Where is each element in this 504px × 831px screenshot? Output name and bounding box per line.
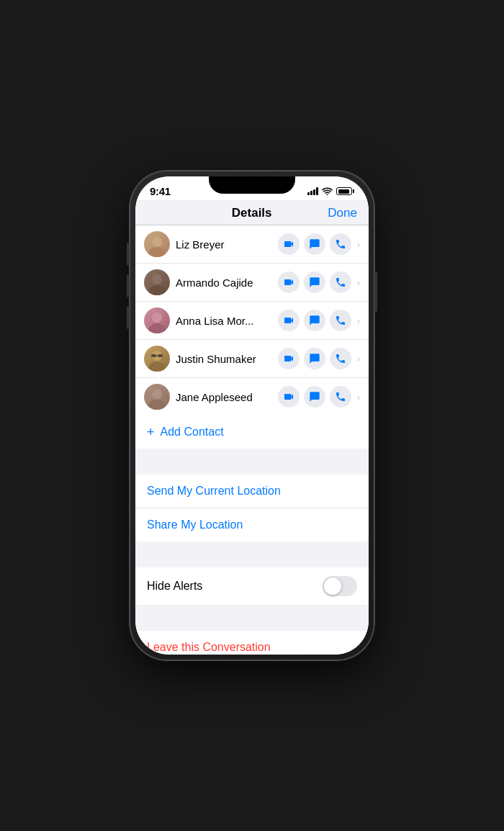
svg-point-12 [148, 400, 166, 410]
phone-icon [335, 315, 346, 326]
contact-row: Armando Cajide › [135, 264, 369, 302]
phone-icon [335, 353, 346, 364]
message-button[interactable] [304, 348, 325, 369]
hide-alerts-toggle[interactable] [323, 576, 357, 596]
call-button[interactable] [330, 386, 351, 408]
contact-row: Anna Lisa Mor... › [135, 302, 369, 340]
wifi-icon [322, 187, 333, 195]
chevron-icon: › [357, 354, 360, 364]
hide-alerts-row: Hide Alerts [135, 567, 369, 605]
message-button[interactable] [304, 386, 325, 408]
video-call-button[interactable] [278, 233, 300, 255]
done-button[interactable]: Done [328, 206, 357, 220]
contact-actions: › [278, 233, 360, 255]
notch [209, 176, 295, 194]
section-separator [135, 449, 369, 475]
chevron-icon: › [357, 239, 360, 250]
phone-icon [335, 391, 346, 403]
toggle-knob [324, 578, 341, 595]
svg-rect-8 [151, 354, 156, 357]
content-area: Liz Breyer › [135, 225, 369, 655]
contact-name: Anna Lisa Mor... [176, 315, 272, 327]
section-separator [135, 605, 369, 631]
message-icon [309, 277, 320, 288]
page-title: Details [232, 206, 272, 220]
svg-point-4 [152, 313, 162, 323]
nav-bar: Details Done [135, 200, 369, 225]
contact-actions: › [278, 271, 360, 293]
signal-icon [307, 187, 318, 195]
call-button[interactable] [330, 233, 351, 255]
contact-row: Jane Appleseed › [135, 378, 369, 416]
contact-name: Jane Appleseed [176, 391, 272, 403]
phone-inner: 9:41 [135, 176, 369, 655]
svg-rect-9 [158, 354, 163, 357]
svg-point-1 [148, 247, 166, 257]
message-icon [309, 391, 320, 403]
screen: 9:41 [135, 176, 369, 655]
contact-name: Armando Cajide [176, 277, 272, 289]
video-icon [283, 238, 294, 250]
call-button[interactable] [330, 310, 351, 331]
leave-conversation-label: Leave this Conversation [147, 641, 271, 653]
svg-point-3 [148, 285, 166, 295]
contact-actions: › [278, 348, 360, 369]
battery-icon [336, 187, 354, 195]
contact-name: Justin Shumaker [176, 353, 272, 365]
chevron-icon: › [357, 315, 360, 326]
video-call-button[interactable] [278, 386, 300, 408]
contact-row: Justin Shumaker › [135, 340, 369, 378]
call-button[interactable] [330, 348, 351, 369]
avatar [144, 384, 170, 410]
svg-point-11 [152, 389, 162, 399]
video-call-button[interactable] [278, 310, 300, 331]
avatar [144, 269, 170, 295]
message-icon [309, 353, 320, 364]
message-icon [309, 315, 320, 326]
avatar [144, 307, 170, 333]
video-icon [283, 277, 294, 288]
share-location-label: Share My Location [147, 518, 243, 531]
svg-point-2 [152, 274, 162, 284]
video-icon [283, 353, 294, 364]
phone-frame: 9:41 [130, 171, 374, 660]
video-icon [283, 391, 294, 403]
avatar [144, 231, 170, 257]
leave-conversation-section: Leave this Conversation [135, 631, 369, 655]
phone-icon [335, 238, 346, 250]
chevron-icon: › [357, 277, 360, 288]
contact-actions: › [278, 310, 360, 331]
add-contact-row[interactable]: + Add Contact [135, 416, 369, 449]
message-button[interactable] [304, 310, 325, 331]
share-location-row[interactable]: Share My Location [135, 508, 369, 542]
svg-point-0 [152, 237, 162, 247]
hide-alerts-section: Hide Alerts [135, 567, 369, 605]
location-section: Send My Current Location Share My Locati… [135, 475, 369, 542]
leave-conversation-row[interactable]: Leave this Conversation [135, 631, 369, 655]
video-call-button[interactable] [278, 271, 300, 293]
contacts-section: Liz Breyer › [135, 225, 369, 416]
contact-actions: › [278, 386, 360, 408]
message-button[interactable] [304, 271, 325, 293]
contact-row: Liz Breyer › [135, 225, 369, 264]
message-button[interactable] [304, 233, 325, 255]
video-call-button[interactable] [278, 348, 300, 369]
hide-alerts-label: Hide Alerts [147, 580, 202, 593]
send-current-location-row[interactable]: Send My Current Location [135, 475, 369, 508]
add-contact-label: Add Contact [161, 426, 224, 439]
plus-icon: + [147, 426, 155, 439]
phone-icon [335, 277, 346, 288]
svg-point-7 [148, 361, 166, 372]
avatar [144, 346, 170, 372]
svg-point-5 [148, 323, 166, 333]
contact-name: Liz Breyer [176, 238, 272, 251]
video-icon [283, 315, 294, 326]
chevron-icon: › [357, 392, 360, 403]
message-icon [309, 238, 320, 250]
call-button[interactable] [330, 271, 351, 293]
status-icons [307, 187, 354, 195]
send-current-location-label: Send My Current Location [147, 485, 281, 497]
status-time: 9:41 [150, 185, 171, 197]
section-separator [135, 542, 369, 567]
